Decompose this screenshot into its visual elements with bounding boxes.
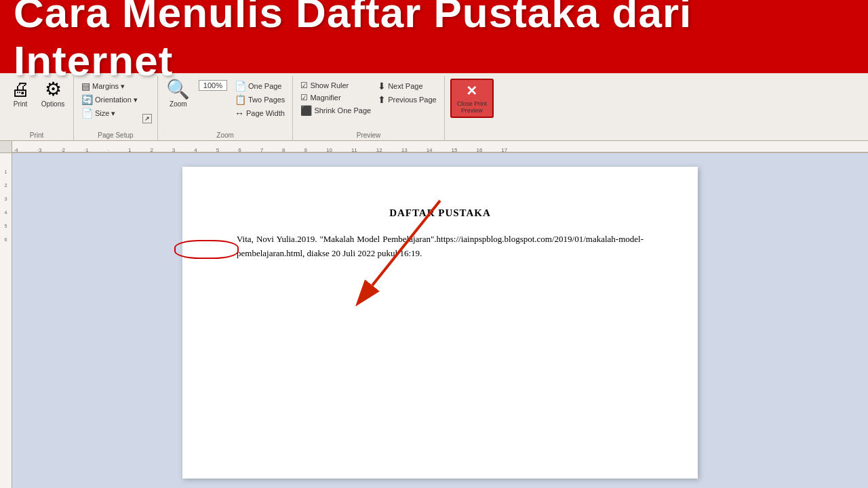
ribbon-group-page-setup: ▤ Margins ▾ 🔄 Orientation ▾ 📄 Size ▾ ↗ P… xyxy=(74,76,158,140)
shrink-label: Shrink One Page xyxy=(314,106,371,115)
margins-button[interactable]: ▤ Margins ▾ xyxy=(79,80,140,92)
vertical-ruler: 1 2 3 4 5 6 xyxy=(0,153,12,488)
zoom-options-col: 📄 One Page 📋 Two Pages ↔ Page Width xyxy=(233,79,287,119)
print-button[interactable]: 🖨 Print xyxy=(5,79,35,109)
size-button[interactable]: 📄 Size ▾ xyxy=(79,107,140,119)
ruler-ticks: ·4 ·3 ·2 ·1 · 1 2 3 4 5 6 7 8 9 10 11 12… xyxy=(12,141,868,152)
zoom-group-label: Zoom xyxy=(216,131,234,140)
ribbon-group-print: 🖨 Print ⚙ Options Print xyxy=(0,76,74,140)
ribbon-group-preview: ☑ Show Ruler ☑ Magnifier ⬛ Shrink One Pa… xyxy=(293,76,444,140)
page-setup-content: ▤ Margins ▾ 🔄 Orientation ▾ 📄 Size ▾ ↗ xyxy=(79,79,152,131)
preview-group-label: Preview xyxy=(357,131,381,140)
document-citation: Vita, Novi Yulia.2019. "Makalah Model Pe… xyxy=(237,232,644,261)
zoom-button[interactable]: 🔍 Zoom xyxy=(163,79,193,109)
preview-nav-col: ⬇ Next Page ⬆ Previous Page xyxy=(376,79,439,106)
title-banner: Cara Menulis Daftar Pustaka dari Interne… xyxy=(0,0,868,73)
two-pages-button[interactable]: 📋 Two Pages xyxy=(233,94,287,106)
one-page-button[interactable]: 📄 One Page xyxy=(233,80,287,92)
print-group-label: Print xyxy=(30,131,44,140)
magnifier-checkbox[interactable]: ☑ xyxy=(300,93,308,102)
page-setup-group-label: Page Setup xyxy=(98,131,133,140)
ruler-container: ·4 ·3 ·2 ·1 · 1 2 3 4 5 6 7 8 9 10 11 12… xyxy=(0,141,868,153)
margins-label: Margins xyxy=(92,82,119,90)
document-page: DAFTAR PUSTAKA Vita, Novi Yulia.2019. "M… xyxy=(182,167,698,479)
main-area: 1 2 3 4 5 6 DAFTAR PUSTAKA Vit xyxy=(0,153,868,488)
two-pages-icon: 📋 xyxy=(235,94,246,105)
ribbon-group-zoom: 🔍 Zoom 100% 📄 One Page 📋 Two Pages ↔ Pag… xyxy=(158,76,294,140)
banner-title: Cara Menulis Daftar Pustaka dari Interne… xyxy=(14,0,854,85)
close-x-icon: ✕ xyxy=(466,83,477,99)
options-icon: ⚙ xyxy=(45,80,62,99)
next-page-button[interactable]: ⬇ Next Page xyxy=(376,80,439,92)
size-label: Size xyxy=(95,109,109,117)
preview-checkboxes: ☑ Show Ruler ☑ Magnifier ⬛ Shrink One Pa… xyxy=(298,79,373,117)
show-ruler-button[interactable]: ☑ Show Ruler xyxy=(298,80,373,91)
zoom-label: Zoom xyxy=(170,100,187,108)
citation-circle-annotation xyxy=(174,240,239,259)
print-group-content: 🖨 Print ⚙ Options xyxy=(5,79,68,131)
page-setup-col: ▤ Margins ▾ 🔄 Orientation ▾ 📄 Size ▾ xyxy=(79,79,140,119)
close-print-preview-button[interactable]: ✕ Close PrintPreview xyxy=(450,79,494,118)
citation-text: Vita, Novi Yulia.2019. "Makalah Model Pe… xyxy=(237,234,644,258)
print-label: Print xyxy=(14,100,28,108)
close-group-content: ✕ Close PrintPreview xyxy=(450,79,494,131)
ribbon-group-close: ✕ Close PrintPreview Close xyxy=(445,76,499,140)
document-title: DAFTAR PUSTAKA xyxy=(237,207,644,219)
zoom-content: 🔍 Zoom 100% 📄 One Page 📋 Two Pages ↔ Pag… xyxy=(163,79,288,131)
ruler-corner xyxy=(0,141,12,153)
two-pages-label: Two Pages xyxy=(248,96,285,104)
orientation-button[interactable]: 🔄 Orientation ▾ xyxy=(79,94,140,106)
page-width-icon: ↔ xyxy=(235,108,244,119)
margins-icon: ▤ xyxy=(81,81,90,92)
orientation-icon: 🔄 xyxy=(81,94,93,105)
magnifier-label: Magnifier xyxy=(310,94,340,102)
one-page-label: One Page xyxy=(248,82,282,90)
page-width-button[interactable]: ↔ Page Width xyxy=(233,107,287,119)
zoom-percent-value: 100% xyxy=(199,80,227,91)
zoom-icon: 🔍 xyxy=(166,80,190,99)
preview-content: ☑ Show Ruler ☑ Magnifier ⬛ Shrink One Pa… xyxy=(298,79,438,131)
print-icon: 🖨 xyxy=(11,80,30,99)
options-button[interactable]: ⚙ Options xyxy=(38,79,68,109)
close-print-preview-label: Close PrintPreview xyxy=(457,100,487,114)
page-setup-dialog-launcher[interactable]: ↗ xyxy=(142,114,152,123)
next-page-icon: ⬇ xyxy=(378,81,386,92)
shrink-icon: ⬛ xyxy=(300,105,312,116)
margins-arrow: ▾ xyxy=(121,82,125,91)
options-label: Options xyxy=(41,100,64,108)
previous-page-label: Previous Page xyxy=(388,96,437,104)
show-ruler-label: Show Ruler xyxy=(310,81,349,89)
magnifier-button[interactable]: ☑ Magnifier xyxy=(298,92,373,103)
zoom-percent-display: 100% xyxy=(196,79,230,92)
previous-page-icon: ⬆ xyxy=(378,94,386,105)
page-preview-area: DAFTAR PUSTAKA Vita, Novi Yulia.2019. "M… xyxy=(12,153,868,488)
next-page-label: Next Page xyxy=(388,82,422,90)
shrink-one-page-button[interactable]: ⬛ Shrink One Page xyxy=(298,104,373,117)
orientation-arrow: ▾ xyxy=(134,96,138,104)
one-page-icon: 📄 xyxy=(235,81,246,92)
orientation-label: Orientation xyxy=(95,96,132,104)
size-icon: 📄 xyxy=(81,108,93,119)
size-arrow: ▾ xyxy=(111,109,115,118)
horizontal-ruler: ·4 ·3 ·2 ·1 · 1 2 3 4 5 6 7 8 9 10 11 12… xyxy=(12,141,868,152)
previous-page-button[interactable]: ⬆ Previous Page xyxy=(376,94,439,106)
show-ruler-checkbox[interactable]: ☑ xyxy=(300,81,308,90)
page-width-label: Page Width xyxy=(246,109,285,117)
